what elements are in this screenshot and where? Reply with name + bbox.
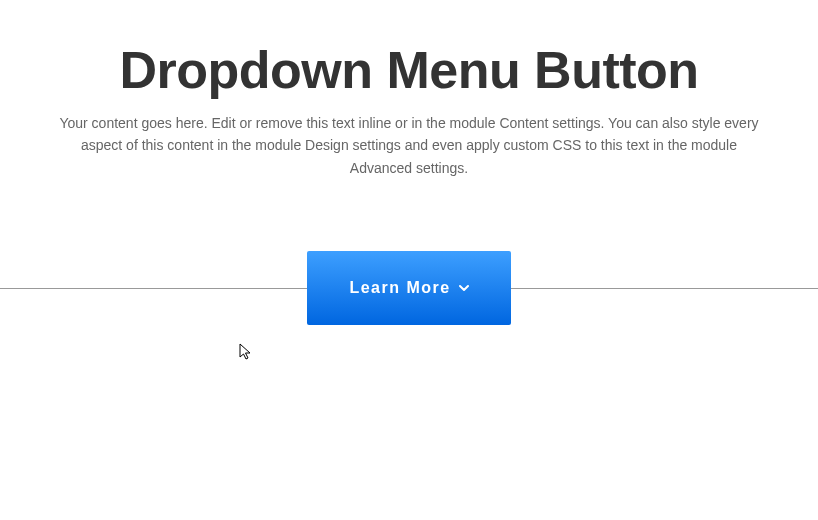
- mouse-cursor: [239, 343, 253, 365]
- learn-more-button[interactable]: Learn More: [307, 251, 510, 325]
- content-container: Dropdown Menu Button Your content goes h…: [0, 0, 818, 325]
- button-section: Learn More: [0, 251, 818, 325]
- chevron-down-icon: [459, 283, 469, 293]
- page-description: Your content goes here. Edit or remove t…: [29, 112, 789, 179]
- page-title: Dropdown Menu Button: [0, 40, 818, 100]
- button-label: Learn More: [349, 279, 450, 297]
